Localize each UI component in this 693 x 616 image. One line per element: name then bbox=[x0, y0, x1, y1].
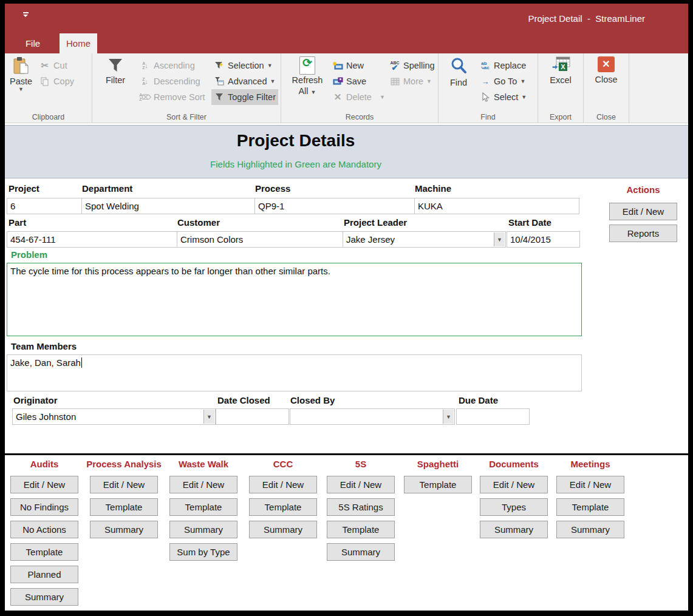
delete-record-button[interactable]: ✕ Delete ▼ bbox=[330, 89, 386, 105]
refresh-all-button[interactable]: ⟳ Refresh All ▼ bbox=[290, 55, 325, 110]
section-meetings: Meetings Edit / New Template Summary bbox=[556, 458, 624, 543]
descending-button[interactable]: ZA↓ Descending bbox=[137, 73, 209, 89]
new-record-button[interactable]: New bbox=[330, 58, 386, 73]
audits-no-actions-button[interactable]: No Actions bbox=[10, 521, 78, 538]
machine-label: Machine bbox=[415, 183, 451, 194]
more-icon bbox=[389, 76, 400, 86]
waste-walk-template-button[interactable]: Template bbox=[169, 498, 237, 516]
section-title: Audits bbox=[10, 458, 78, 470]
cut-button[interactable]: ✂ Cut bbox=[37, 58, 77, 73]
filter-button[interactable]: Filter bbox=[100, 55, 131, 110]
customer-input[interactable]: Crimson Colors bbox=[177, 231, 343, 248]
toggle-filter-button[interactable]: Toggle Filter bbox=[211, 89, 278, 105]
originator-combobox[interactable]: Giles Johnston ▼ bbox=[12, 408, 216, 425]
meetings-edit-new-button[interactable]: Edit / New bbox=[556, 476, 624, 493]
documents-types-button[interactable]: Types bbox=[480, 498, 548, 516]
section-waste-walk: Waste Walk Edit / New Template Summary S… bbox=[169, 458, 237, 566]
waste-walk-edit-new-button[interactable]: Edit / New bbox=[169, 476, 237, 493]
go-to-button[interactable]: → Go To ▼ bbox=[477, 73, 529, 89]
group-label-find: Find bbox=[439, 113, 538, 121]
closed-by-combobox[interactable]: ▼ bbox=[290, 408, 455, 425]
replace-button[interactable]: ab⤷ac Replace bbox=[477, 58, 529, 73]
team-members-label: Team Members bbox=[11, 341, 77, 351]
excel-icon: X bbox=[551, 56, 570, 75]
problem-textarea[interactable]: The cycle time for this process appears … bbox=[7, 263, 582, 336]
process-analysis-summary-button[interactable]: Summary bbox=[90, 521, 158, 538]
spelling-icon: ABC✔ bbox=[389, 61, 400, 70]
machine-input[interactable]: KUKA bbox=[414, 198, 579, 214]
save-record-button[interactable]: Save bbox=[330, 73, 386, 89]
toggle-filter-icon bbox=[214, 92, 225, 102]
audits-planned-button[interactable]: Planned bbox=[10, 566, 78, 583]
5s-ratings-button[interactable]: 5S Ratings bbox=[327, 498, 395, 516]
remove-sort-button[interactable]: AZ⌦ Remove Sort bbox=[137, 89, 209, 105]
refresh-all-icon: ⟳ bbox=[299, 56, 315, 75]
documents-edit-new-button[interactable]: Edit / New bbox=[480, 476, 548, 493]
process-analysis-edit-new-button[interactable]: Edit / New bbox=[90, 476, 158, 493]
copy-button[interactable]: Copy bbox=[37, 73, 77, 89]
ccc-edit-new-button[interactable]: Edit / New bbox=[249, 476, 317, 493]
chevron-down-icon[interactable]: ▼ bbox=[443, 410, 454, 424]
originator-label: Originator bbox=[13, 395, 58, 405]
project-leader-combobox[interactable]: Jake Jersey ▼ bbox=[343, 231, 506, 248]
department-label: Department bbox=[82, 183, 132, 194]
section-title: Meetings bbox=[556, 458, 624, 470]
project-input[interactable]: 6 bbox=[7, 198, 82, 214]
more-button[interactable]: More ▼ bbox=[387, 73, 437, 89]
paste-button[interactable]: Paste ▼ bbox=[10, 55, 32, 110]
tab-home[interactable]: Home bbox=[60, 33, 97, 53]
find-button[interactable]: Find bbox=[445, 55, 473, 110]
ascending-button[interactable]: AZ↓ Ascending bbox=[137, 58, 209, 73]
customize-quick-access-icon[interactable] bbox=[22, 12, 29, 19]
meetings-summary-button[interactable]: Summary bbox=[556, 521, 624, 538]
selection-button[interactable]: Selection ▼ bbox=[211, 58, 278, 73]
team-members-textarea[interactable]: Jake, Dan, Sarah bbox=[7, 354, 582, 391]
audits-no-findings-button[interactable]: No Findings bbox=[10, 498, 78, 516]
section-title: Waste Walk bbox=[169, 458, 237, 470]
department-input[interactable]: Spot Welding bbox=[81, 198, 255, 214]
audits-edit-new-button[interactable]: Edit / New bbox=[10, 476, 78, 493]
5s-template-button[interactable]: Template bbox=[327, 521, 395, 538]
audits-summary-button[interactable]: Summary bbox=[10, 588, 78, 606]
tab-file[interactable]: File bbox=[17, 33, 49, 53]
part-input[interactable]: 454-67-111 bbox=[7, 231, 177, 248]
5s-edit-new-button[interactable]: Edit / New bbox=[327, 476, 395, 493]
process-input[interactable]: QP9-1 bbox=[254, 198, 415, 214]
documents-summary-button[interactable]: Summary bbox=[480, 521, 548, 538]
select-button[interactable]: Select ▼ bbox=[477, 89, 529, 105]
ccc-template-button[interactable]: Template bbox=[249, 498, 317, 516]
ribbon: Paste ▼ ✂ Cut bbox=[5, 53, 688, 123]
5s-summary-button[interactable]: Summary bbox=[327, 543, 395, 561]
advanced-button[interactable]: Advanced ▼ bbox=[211, 73, 278, 89]
waste-walk-sum-by-type-button[interactable]: Sum by Type bbox=[169, 543, 237, 561]
closed-by-label: Closed By bbox=[290, 395, 335, 405]
application-window: Project Detail - StreamLiner File Home bbox=[5, 4, 688, 610]
actions-reports-button[interactable]: Reports bbox=[609, 225, 677, 242]
due-date-input[interactable] bbox=[456, 408, 530, 425]
excel-button[interactable]: X Excel bbox=[550, 55, 571, 110]
start-date-input[interactable]: 10/4/2015 bbox=[507, 231, 580, 248]
chevron-down-icon[interactable]: ▼ bbox=[203, 410, 214, 424]
customer-label: Customer bbox=[177, 217, 220, 228]
actions-edit-new-button[interactable]: Edit / New bbox=[609, 203, 677, 220]
date-closed-input[interactable] bbox=[216, 408, 289, 425]
paste-label: Paste bbox=[10, 76, 32, 87]
audits-template-button[interactable]: Template bbox=[10, 543, 78, 561]
ccc-summary-button[interactable]: Summary bbox=[249, 521, 317, 538]
spelling-button[interactable]: ABC✔ Spelling bbox=[387, 58, 437, 73]
group-label-sort-filter: Sort & Filter bbox=[92, 113, 281, 121]
group-label-close: Close bbox=[584, 113, 629, 121]
spaghetti-template-button[interactable]: Template bbox=[404, 476, 472, 493]
cut-icon: ✂ bbox=[39, 61, 50, 70]
meetings-template-button[interactable]: Template bbox=[556, 498, 624, 516]
waste-walk-summary-button[interactable]: Summary bbox=[169, 521, 237, 538]
section-title: CCC bbox=[249, 458, 317, 470]
chevron-down-icon[interactable]: ▼ bbox=[494, 232, 505, 246]
select-cursor-icon bbox=[480, 92, 491, 102]
ribbon-group-close: ✕ Close Close bbox=[584, 53, 629, 123]
go-to-icon: → bbox=[480, 76, 491, 86]
close-button[interactable]: ✕ Close bbox=[595, 55, 617, 110]
project-leader-label: Project Leader bbox=[344, 217, 407, 228]
process-analysis-template-button[interactable]: Template bbox=[90, 498, 158, 516]
project-label: Project bbox=[9, 183, 39, 194]
